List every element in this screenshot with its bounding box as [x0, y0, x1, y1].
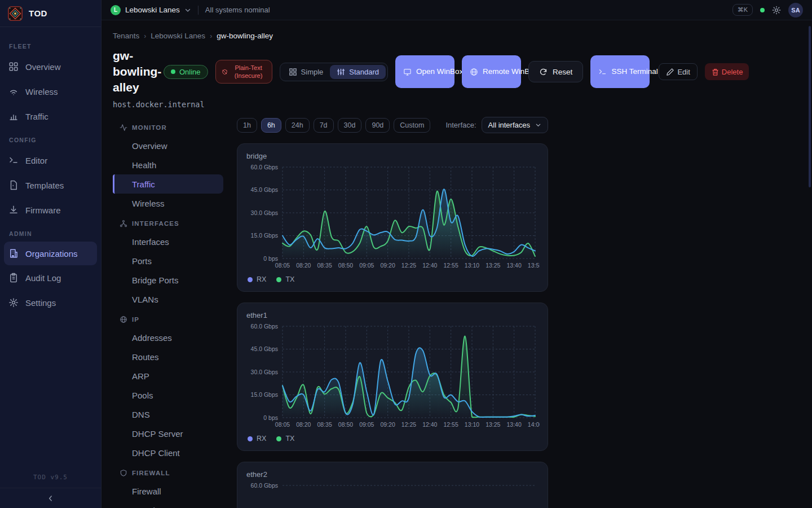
chart-title: ether2: [246, 470, 539, 479]
svg-text:13:10: 13:10: [465, 262, 479, 269]
svg-text:60.0 Gbps: 60.0 Gbps: [251, 323, 278, 330]
subnav-item-bridge-ports[interactable]: Bridge Ports: [113, 270, 223, 290]
range-1h[interactable]: 1h: [237, 118, 257, 133]
range-7d[interactable]: 7d: [314, 118, 334, 133]
ssh-terminal-button[interactable]: SSH Terminal: [590, 55, 650, 88]
device-host: host.docker.internal: [113, 100, 812, 109]
nav-section-config: CONFIG: [0, 129, 101, 148]
range-24h[interactable]: 24h: [285, 118, 310, 133]
clipboard-icon: [8, 273, 19, 283]
sidebar-item-label: Firmware: [25, 205, 61, 215]
device-header: gw-bowling-alley Online Plain-Text (Inse…: [113, 48, 812, 95]
sidebar-item-editor[interactable]: Editor: [0, 148, 101, 173]
chart-title: bridge: [246, 152, 539, 160]
svg-text:45.0 Gbps: 45.0 Gbps: [251, 345, 278, 352]
subnav-item-dhcp-server[interactable]: DHCP Server: [113, 424, 223, 443]
svg-text:13:25: 13:25: [486, 421, 500, 428]
user-avatar[interactable]: SA: [788, 3, 803, 17]
breadcrumb-separator: ›: [144, 32, 146, 40]
svg-text:60.0 Gbps: 60.0 Gbps: [251, 482, 278, 489]
subnav-item-ports[interactable]: Ports: [113, 251, 223, 270]
delete-button[interactable]: Delete: [705, 63, 749, 80]
subnav-item-interfaces[interactable]: Interfaces: [113, 232, 223, 251]
legend-rx: RX: [248, 435, 266, 443]
subnav-item-arp[interactable]: ARP: [113, 366, 223, 386]
svg-text:12:40: 12:40: [422, 421, 437, 428]
legend-tx: TX: [276, 275, 294, 283]
sidebar-item-label: Audit Log: [25, 273, 61, 283]
sidebar-item-firmware[interactable]: Firmware: [0, 198, 101, 222]
subnav-item-mangle[interactable]: Mangle: [113, 501, 223, 508]
security-warning-label: Plain-Text (Insecure): [231, 64, 266, 80]
edit-button[interactable]: Edit: [659, 63, 697, 80]
sidebar-item-wireless[interactable]: Wireless: [0, 79, 101, 104]
breadcrumb-org[interactable]: Lebowski Lanes: [151, 32, 205, 40]
svg-text:08:20: 08:20: [296, 421, 311, 428]
chart-controls: 1h 6h 24h 7d 30d 90d Custom Interface: A…: [237, 117, 548, 133]
device-subnav: MONITOR Overview Health Traffic Wireless…: [113, 117, 223, 508]
chart-card-ether1: ether1 60.0 Gbps45.0 Gbps30.0 Gbps15.0 G…: [237, 303, 548, 451]
interface-select[interactable]: All interfaces: [482, 117, 548, 133]
range-6h[interactable]: 6h: [261, 118, 281, 133]
page-title: gw-bowling-alley: [113, 48, 168, 95]
subnav-item-vlans[interactable]: VLANs: [113, 290, 223, 309]
reset-button[interactable]: Reset: [528, 61, 583, 82]
subnav-section-monitor: MONITOR: [113, 119, 223, 136]
svg-text:13:40: 13:40: [507, 262, 522, 269]
subnav-item-wireless[interactable]: Wireless: [113, 194, 223, 213]
shield-off-icon: [222, 69, 228, 75]
sliders-icon: [337, 68, 345, 76]
subnav-item-routes[interactable]: Routes: [113, 347, 223, 366]
traffic-chart: 60.0 Gbps45.0 Gbps30.0 Gbps15.0 Gbps0 bp…: [246, 164, 540, 272]
range-30d[interactable]: 30d: [338, 118, 362, 133]
range-custom[interactable]: Custom: [394, 118, 430, 133]
interface-label: Interface:: [445, 121, 476, 129]
chart-legend: RXTX: [246, 435, 539, 443]
svg-text:08:05: 08:05: [275, 421, 290, 428]
command-palette-shortcut[interactable]: ⌘K: [732, 4, 753, 16]
org-switcher[interactable]: L Lebowski Lanes: [111, 5, 191, 15]
subnav-item-overview[interactable]: Overview: [113, 136, 223, 155]
subnav-item-dhcp-client[interactable]: DHCP Client: [113, 443, 223, 462]
svg-text:09:05: 09:05: [359, 262, 374, 269]
chart-card-bridge: bridge 60.0 Gbps45.0 Gbps30.0 Gbps15.0 G…: [237, 143, 548, 292]
sidebar: TOD FLEET Overview Wireless Traffic CONF…: [0, 0, 102, 508]
remote-winbox-button[interactable]: Remote WinBox: [462, 55, 521, 88]
content: Tenants › Lebowski Lanes › gw-bowling-al…: [102, 20, 812, 508]
range-90d[interactable]: 90d: [365, 118, 390, 133]
sidebar-item-audit-log[interactable]: Audit Log: [0, 265, 101, 290]
svg-text:08:35: 08:35: [317, 421, 332, 428]
org-name: Lebowski Lanes: [125, 6, 180, 14]
app-version: TOD v9.5: [0, 469, 101, 488]
gear-icon: [8, 297, 19, 308]
toggle-simple[interactable]: Simple: [282, 65, 330, 79]
org-avatar: L: [111, 5, 121, 15]
breadcrumb-tenants[interactable]: Tenants: [113, 32, 139, 40]
toggle-standard-label: Standard: [349, 68, 379, 76]
subnav-item-firewall[interactable]: Firewall: [113, 481, 223, 501]
scrollbar-thumb[interactable]: [809, 26, 811, 187]
subnav-item-health[interactable]: Health: [113, 155, 223, 174]
toggle-standard[interactable]: Standard: [330, 65, 386, 79]
sidebar-item-traffic[interactable]: Traffic: [0, 104, 101, 129]
app-logo-icon: [7, 6, 23, 21]
legend-tx: TX: [276, 435, 294, 443]
theme-toggle-sun-icon[interactable]: [772, 6, 781, 15]
svg-text:08:50: 08:50: [338, 262, 353, 269]
open-winbox-button[interactable]: Open WinBox: [395, 55, 454, 88]
subnav-item-dns[interactable]: DNS: [113, 405, 223, 424]
svg-text:13:10: 13:10: [465, 421, 479, 428]
breadcrumb: Tenants › Lebowski Lanes › gw-bowling-al…: [113, 32, 812, 40]
sidebar-item-templates[interactable]: Templates: [0, 173, 101, 198]
sidebar-collapse-button[interactable]: [0, 488, 101, 508]
subnav-item-addresses[interactable]: Addresses: [113, 328, 223, 347]
chart-card-ether2: ether2 60.0 Gbps: [237, 462, 548, 508]
grid-icon: [289, 68, 297, 76]
svg-text:09:20: 09:20: [381, 421, 395, 428]
subnav-item-traffic[interactable]: Traffic: [113, 174, 223, 194]
sidebar-item-overview[interactable]: Overview: [0, 54, 101, 79]
delete-label: Delete: [722, 68, 743, 76]
sidebar-item-settings[interactable]: Settings: [0, 290, 101, 315]
subnav-item-pools[interactable]: Pools: [113, 386, 223, 405]
sidebar-item-organizations[interactable]: Organizations: [4, 242, 97, 265]
